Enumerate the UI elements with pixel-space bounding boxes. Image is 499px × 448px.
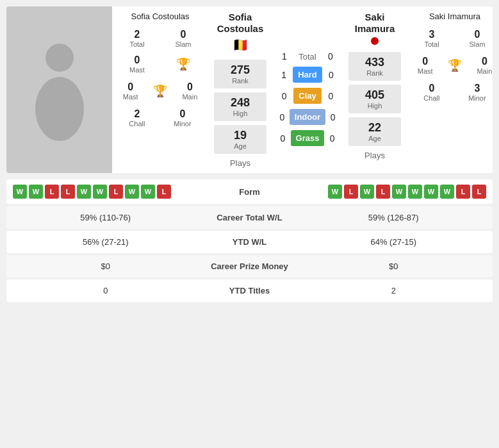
ytd-wl-label: YTD W/L <box>199 237 301 247</box>
player1-total-cell: 2 Total <box>115 26 160 51</box>
player2-plays-label: Plays <box>364 151 385 160</box>
player1-flag: 🇧🇪 <box>233 37 249 53</box>
svg-point-0 <box>45 44 74 72</box>
player1-mast-label: Mast <box>116 66 158 74</box>
indoor-button[interactable]: Indoor <box>290 109 325 125</box>
player2-slam-label: Slam <box>470 40 486 48</box>
player2-age-block: 22 Age <box>348 117 402 146</box>
player2-form-badge: L <box>344 185 358 199</box>
indoor-row: 0 Indoor 0 <box>275 109 340 125</box>
player2-high-block: 405 High <box>348 85 402 113</box>
ytd-titles-right: 2 <box>301 286 487 295</box>
grass-button[interactable]: Grass <box>291 130 325 146</box>
player2-high-value: 405 <box>361 88 389 102</box>
player2-trophy-icon: 🏆 <box>448 58 462 72</box>
player1-form-badge: L <box>61 185 75 199</box>
player2-main-value: 0 <box>477 56 492 67</box>
player2-high-label: High <box>361 102 389 110</box>
indoor-left-score: 0 <box>275 112 290 122</box>
player2-header-name: Saki Imamura <box>345 12 404 35</box>
top-section: Sofia Costoulas 2 Total 0 Slam 0 Mast 🏆 … <box>6 6 493 173</box>
player2-flag-dot <box>371 37 379 45</box>
player2-form-badge: W <box>440 185 454 199</box>
player1-rank-value: 275 <box>227 63 254 77</box>
player1-header-name: Sofia Costoulas <box>211 12 270 35</box>
player2-slam-cell: 0 Slam <box>468 26 487 51</box>
player1-form-badges: WWLLWWLWWL <box>13 185 218 199</box>
clay-right-score: 0 <box>322 91 340 101</box>
player2-form-badge: L <box>472 185 486 199</box>
player1-age-block: 19 Age <box>214 125 267 154</box>
player2-minor-value: 3 <box>468 83 486 94</box>
ytd-wl-left: 56% (27-21) <box>13 237 199 247</box>
player1-high-label: High <box>227 110 254 117</box>
player2-form-badge: W <box>392 185 406 199</box>
hard-button[interactable]: Hard <box>293 67 322 83</box>
player1-mast2-label: Mast <box>123 93 138 101</box>
player2-form-badge: W <box>328 185 342 199</box>
prize-money-left: $0 <box>13 261 199 271</box>
clay-row: 0 Clay 0 <box>275 88 340 104</box>
player1-slam-value: 0 <box>162 29 204 40</box>
player1-mast2-value: 0 <box>123 81 138 93</box>
player2-form-badges: WLWLWWWWLL <box>282 185 487 199</box>
player1-chall-label: Chall <box>129 120 145 128</box>
player1-minor-value: 0 <box>174 108 192 120</box>
ytd-titles-left: 0 <box>13 286 199 295</box>
player1-form-badge: W <box>29 185 43 199</box>
player2-main-cell: 0 Main <box>475 53 493 78</box>
main-container: Sofia Costoulas 2 Total 0 Slam 0 Mast 🏆 … <box>0 0 499 310</box>
ytd-wl-right: 64% (27-15) <box>301 237 487 247</box>
player1-total-label: Total <box>116 40 158 48</box>
prize-money-right: $0 <box>301 261 487 271</box>
clay-left-score: 0 <box>275 91 293 101</box>
player1-form-badge: L <box>157 185 171 199</box>
clay-button[interactable]: Clay <box>293 88 321 104</box>
total-left-score: 1 <box>275 51 294 62</box>
player1-age-value: 19 <box>227 129 254 142</box>
player1-mast-cell: 0 Mast <box>115 52 160 76</box>
player2-rank-label: Rank <box>361 69 389 77</box>
player1-trophy-icon: 🏆 <box>161 52 206 76</box>
player2-mast-value: 0 <box>418 56 433 67</box>
player1-main2-value: 0 <box>182 81 197 93</box>
player2-chall-value: 0 <box>423 83 439 94</box>
player1-form-badge: W <box>141 185 155 199</box>
player2-form-badge: L <box>456 185 470 199</box>
player1-slam-cell: 0 Slam <box>161 26 206 51</box>
player1-high-block: 248 High <box>214 92 267 121</box>
player1-form-badge: L <box>109 185 123 199</box>
player2-total-value: 3 <box>424 29 439 40</box>
ytd-titles-label: YTD Titles <box>199 286 301 295</box>
player2-chall-cell: 0 Chall <box>422 80 441 104</box>
form-section: WWLLWWLWWL Form WLWLWWWWLL <box>6 179 493 204</box>
player1-form-badge: W <box>77 185 91 199</box>
player2-form-badge: W <box>360 185 374 199</box>
player2-mast-cell: 0 Mast <box>416 53 434 78</box>
player2-form-badge: L <box>376 185 390 199</box>
player2-form-badge: W <box>424 185 438 199</box>
player1-age-label: Age <box>227 142 254 150</box>
hard-row: 1 Hard 0 <box>275 67 340 83</box>
career-wl-label: Career Total W/L <box>199 213 301 222</box>
prize-money-label: Career Prize Money <box>199 261 301 271</box>
hard-right-score: 0 <box>322 70 340 80</box>
player1-rank-block: 275 Rank <box>214 60 267 88</box>
player2-rank-block: 433 Rank <box>348 52 402 81</box>
player2-name-label: Saki Imamura <box>429 12 480 21</box>
player2-rank-value: 433 <box>361 56 389 69</box>
player1-minor-cell: 0 Minor <box>172 106 193 130</box>
player2-minor-cell: 3 Minor <box>467 80 487 104</box>
player1-form-badge: L <box>45 185 59 199</box>
player1-slam-label: Slam <box>162 40 204 48</box>
player2-chall-label: Chall <box>423 94 439 102</box>
player2-total-label: Total <box>424 40 439 48</box>
player1-main2-cell: 0 Main <box>181 79 199 103</box>
total-center-label: Total <box>294 52 321 62</box>
player2-minor-label: Minor <box>468 94 486 102</box>
career-wl-left: 59% (110-76) <box>13 213 199 222</box>
player2-slam-value: 0 <box>470 29 486 40</box>
player1-trophy2-icon: 🏆 <box>153 84 167 98</box>
player1-stats-panel: Sofia Costoulas 2 Total 0 Slam 0 Mast 🏆 … <box>112 6 208 173</box>
total-row: 1 Total 0 <box>275 51 340 62</box>
